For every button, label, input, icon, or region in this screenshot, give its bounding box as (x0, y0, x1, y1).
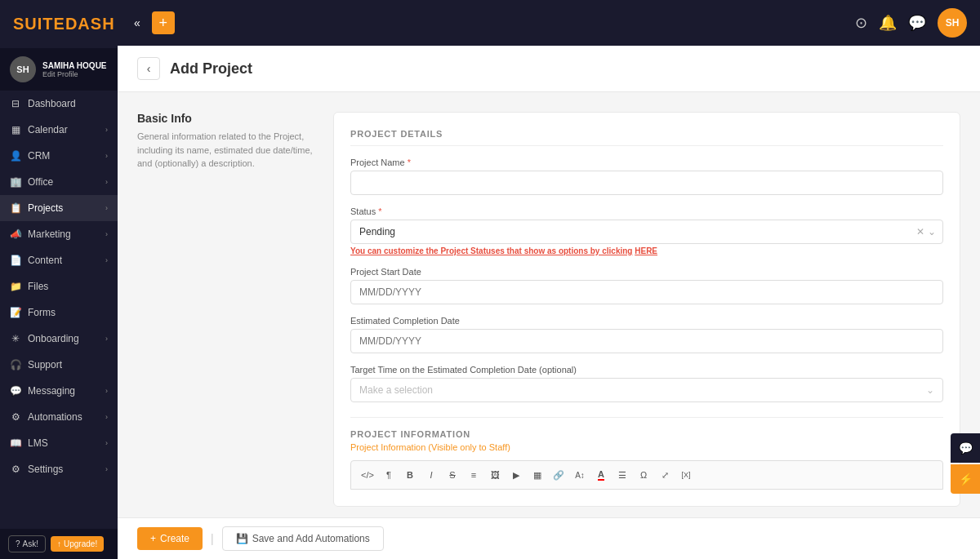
toolbar-image-btn[interactable]: 🖼 (485, 465, 505, 485)
header-right: ⊙ 🔔 💬 SH (855, 8, 967, 38)
toolbar-paragraph-btn[interactable]: ¶ (379, 465, 399, 485)
lms-icon: 📖 (10, 437, 21, 449)
profile-name: SAMIHA HOQUE (42, 61, 107, 70)
chevron-down-icon[interactable]: ⌄ (928, 226, 936, 237)
info-sublabel: Project Information (Visible only to Sta… (350, 442, 943, 452)
profile-edit-link[interactable]: Edit Profile (42, 70, 107, 78)
save-automations-button[interactable]: 💾 Save and Add Automations (222, 526, 384, 551)
add-button[interactable]: + (152, 11, 175, 34)
sidebar-item-automations[interactable]: ⚙ Automations › (0, 404, 118, 430)
project-name-input[interactable] (350, 171, 943, 195)
editor-toolbar: </> ¶ B I S ≡ 🖼 ▶ ▦ 🔗 A↕ A ☰ Ω ⤢ [X] (350, 460, 943, 490)
divider: | (211, 532, 214, 545)
status-value: Pending (351, 220, 916, 243)
plus-icon: + (150, 533, 156, 544)
sidebar-item-label: Projects (28, 202, 63, 214)
sidebar-item-office[interactable]: 🏢 Office › (0, 169, 118, 195)
sidebar-item-support[interactable]: 🎧 Support (0, 352, 118, 378)
toolbar-link-btn[interactable]: 🔗 (549, 465, 568, 485)
toolbar-source-btn[interactable]: [X] (676, 465, 696, 485)
nav-menu: ⊟ Dashboard ▦ Calendar › 👤 CRM › 🏢 Offic… (0, 91, 118, 529)
sidebar-item-label: Forms (28, 307, 56, 318)
sidebar-item-label: Files (28, 281, 48, 292)
target-time-select[interactable]: Make a selection ⌄ (350, 378, 943, 402)
support-icon: 🎧 (10, 359, 21, 370)
required-indicator: * (408, 157, 411, 167)
float-lightning-button[interactable]: ⚡ (951, 464, 980, 494)
sidebar-item-crm[interactable]: 👤 CRM › (0, 143, 118, 169)
chevron-right-icon: › (105, 335, 108, 343)
sidebar-item-label: Automations (28, 411, 82, 423)
user-avatar[interactable]: SH (938, 8, 967, 38)
start-date-input[interactable] (350, 280, 943, 304)
settings-icon: ⚙ (10, 464, 21, 475)
toolbar-strikethrough-btn[interactable]: S (443, 465, 462, 485)
sidebar-item-label: Support (28, 359, 62, 370)
sidebar-item-calendar[interactable]: ▦ Calendar › (0, 117, 118, 143)
status-select[interactable]: Pending ✕ ⌄ (350, 220, 943, 244)
logo-text: SUITEDASH (13, 15, 115, 33)
sidebar-item-content[interactable]: 📄 Content › (0, 247, 118, 273)
status-hint-link[interactable]: HERE (635, 246, 657, 255)
sidebar-item-files[interactable]: 📁 Files (0, 273, 118, 299)
toolbar-bold-btn[interactable]: B (400, 465, 420, 485)
toolbar-align-btn[interactable]: ☰ (612, 465, 632, 485)
chevron-down-icon: ⌄ (926, 384, 934, 396)
toolbar-expand-btn[interactable]: ⤢ (655, 465, 675, 485)
status-select-icons: ✕ ⌄ (916, 226, 942, 237)
sidebar-item-settings[interactable]: ⚙ Settings › (0, 456, 118, 482)
content-area: Basic Info General information related t… (118, 92, 980, 517)
chat-icon[interactable]: 💬 (908, 14, 926, 32)
sidebar-item-messaging[interactable]: 💬 Messaging › (0, 378, 118, 404)
target-time-label: Target Time on the Estimated Completion … (350, 365, 943, 375)
toolbar-italic-btn[interactable]: I (421, 465, 441, 485)
start-date-label: Project Start Date (350, 267, 943, 277)
toolbar-video-btn[interactable]: ▶ (506, 465, 526, 485)
sidebar-item-forms[interactable]: 📝 Forms (0, 299, 118, 326)
help-icon[interactable]: ⊙ (855, 14, 867, 32)
chevron-right-icon: › (105, 230, 108, 238)
sidebar-item-projects[interactable]: 📋 Projects › (0, 195, 118, 221)
right-panel: PROJECT DETAILS Project Name * Status * (333, 112, 960, 507)
status-label: Status * (350, 206, 943, 216)
chevron-right-icon: › (105, 439, 108, 447)
upgrade-button[interactable]: ↑ Upgrade! (51, 536, 104, 552)
project-name-group: Project Name * (350, 157, 943, 195)
collapse-button[interactable]: « (131, 13, 144, 33)
sidebar-item-marketing[interactable]: 📣 Marketing › (0, 221, 118, 247)
chevron-right-icon: › (105, 204, 108, 212)
sidebar-item-lms[interactable]: 📖 LMS › (0, 430, 118, 456)
float-chat-button[interactable]: 💬 (951, 433, 980, 463)
toolbar-code-btn[interactable]: </> (358, 465, 377, 485)
toolbar-fontsize-btn[interactable]: A↕ (570, 465, 590, 485)
clear-icon[interactable]: ✕ (916, 226, 924, 237)
chevron-right-icon: › (105, 256, 108, 264)
automations-icon: ⚙ (10, 411, 21, 423)
notifications-icon[interactable]: 🔔 (879, 14, 897, 32)
sidebar-item-label: LMS (28, 437, 48, 449)
sidebar-item-onboarding[interactable]: ✳ Onboarding › (0, 326, 118, 352)
ask-button[interactable]: ? Ask! (8, 535, 46, 552)
header-left: « + (131, 11, 175, 34)
float-chat-icon: 💬 (959, 441, 973, 455)
sidebar-item-label: Content (28, 255, 62, 266)
left-panel-heading: Basic Info (137, 112, 317, 125)
toolbar-fontcolor-btn[interactable]: A (591, 465, 611, 485)
sidebar-item-dashboard[interactable]: ⊟ Dashboard (0, 91, 118, 117)
upgrade-icon: ↑ (57, 539, 61, 548)
left-panel-description: General information related to the Proje… (137, 130, 317, 171)
create-button[interactable]: + Create (137, 527, 203, 550)
completion-date-input[interactable] (350, 329, 943, 353)
profile-section[interactable]: SH SAMIHA HOQUE Edit Profile (0, 48, 118, 91)
left-panel: Basic Info General information related t… (137, 112, 317, 507)
toolbar-table-btn[interactable]: ▦ (528, 465, 547, 485)
office-icon: 🏢 (10, 176, 21, 188)
sidebar-item-label: CRM (28, 150, 50, 162)
content-icon: 📄 (10, 255, 21, 266)
back-button[interactable]: ‹ (137, 57, 160, 80)
sidebar-item-label: Settings (28, 464, 63, 475)
toolbar-list-btn[interactable]: ≡ (464, 465, 483, 485)
sidebar-bottom: ? Ask! ↑ Upgrade! (0, 529, 118, 559)
float-lightning-icon: ⚡ (959, 472, 973, 486)
toolbar-specialchar-btn[interactable]: Ω (634, 465, 653, 485)
